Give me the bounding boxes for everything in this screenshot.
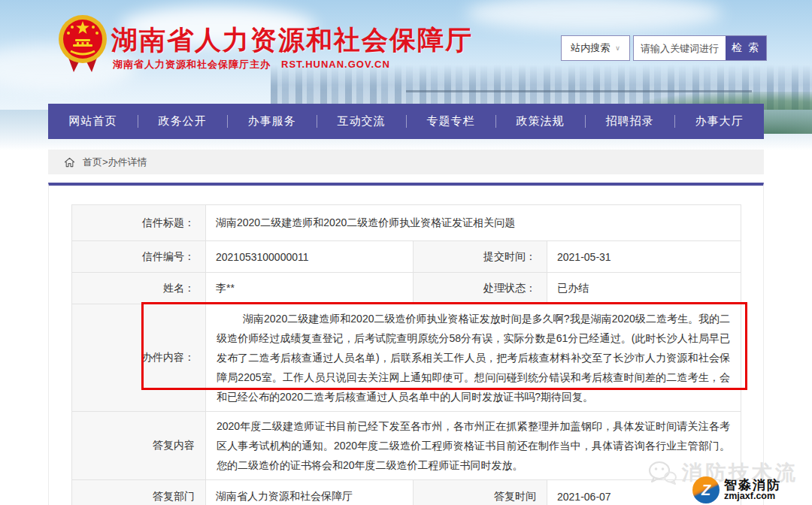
submit-time-value: 2021-05-31 <box>547 241 741 273</box>
nav-item-interaction[interactable]: 互动交流 <box>317 104 406 139</box>
name-value: 李** <box>206 273 414 304</box>
chevron-down-icon: ∨ <box>615 44 620 52</box>
search-scope-select[interactable]: 站内搜索 ∨ <box>561 35 630 61</box>
nav-item-gov-info[interactable]: 政务公开 <box>138 104 227 139</box>
nav-item-services[interactable]: 办事服务 <box>227 104 317 139</box>
site-title: 湖南省人力资源和社会保障厅 <box>111 23 473 58</box>
reply-dept-value: 湖南省人力资源和社会保障厅 <box>206 480 414 505</box>
table-row: 信件标题： 湖南2020二级建造师和2020二级造价师执业资格证发证相关问题 <box>72 205 741 241</box>
search-scope-label: 站内搜索 <box>571 41 610 55</box>
page: 湖南省人力资源和社会保障厅 湖南省人力资源和社会保障厅主办 RST.HUNAN.… <box>0 0 812 505</box>
table-row: 答复内容 2020年度二级建造师证书目前已经下发至各市州，各市州正在抓紧整理并加… <box>72 412 741 480</box>
national-emblem-logo <box>57 14 108 74</box>
table-row: 姓名： 李** 处理状态： 已办结 <box>72 273 741 304</box>
reply-dept-label: 答复部门 <box>72 480 206 505</box>
nav-item-service-hall[interactable]: 办事大厅 <box>674 104 764 139</box>
breadcrumb-path[interactable]: 首页>办件详情 <box>83 156 147 169</box>
reply-content-label: 答复内容 <box>72 412 206 480</box>
brand-logo-icon: Z <box>692 476 720 503</box>
detail-table: 信件标题： 湖南2020二级建造师和2020二级造价师执业资格证发证相关问题 信… <box>71 204 741 505</box>
reply-time-label: 答复时间 <box>414 480 547 505</box>
table-row: 办件内容： 湖南2020二级建造师和2020二级造价师执业资格证发放时间是多久啊… <box>72 304 741 412</box>
status-value: 已办结 <box>547 273 741 304</box>
brand-name: 智淼消防 <box>724 479 781 492</box>
letter-no-label: 信件编号： <box>72 241 206 273</box>
request-content-text: 湖南2020二级建造师和2020二级造价师执业资格证发放时间是多久啊?我是湖南2… <box>206 304 741 411</box>
brand-text: 智淼消防 zmjaxf.com <box>724 479 781 502</box>
letter-title-label: 信件标题： <box>72 205 206 241</box>
home-icon[interactable] <box>64 157 75 168</box>
nav-item-home[interactable]: 网站首页 <box>48 104 138 139</box>
table-row: 答复部门 湖南省人力资源和社会保障厅 答复时间 2021-06-07 <box>72 480 741 505</box>
name-label: 姓名： <box>72 273 206 304</box>
letter-no-value: 2021053100000011 <box>206 241 414 273</box>
request-content-label: 办件内容： <box>72 304 206 412</box>
request-content-cell: 湖南2020二级建造师和2020二级造价师执业资格证发放时间是多久啊?我是湖南2… <box>206 304 741 412</box>
search-button[interactable]: 检 索 <box>726 36 766 60</box>
nav-item-special-topics[interactable]: 专题专栏 <box>406 104 495 139</box>
table-row: 信件编号： 2021053100000011 提交时间： 2021-05-31 <box>72 241 741 273</box>
nav-item-recruitment[interactable]: 招聘招录 <box>585 104 674 139</box>
search-field-wrap: 检 索 <box>633 35 767 61</box>
letter-title-value: 湖南2020二级建造师和2020二级造价师执业资格证发证相关问题 <box>206 205 741 241</box>
site-subtitle: 湖南省人力资源和社会保障厅主办 RST.HUNAN.GOV.CN <box>113 58 390 71</box>
site-search: 站内搜索 ∨ 检 索 <box>561 35 767 61</box>
breadcrumb: 首页>办件详情 <box>48 150 764 174</box>
brand-watermark: Z 智淼消防 zmjaxf.com <box>692 476 781 503</box>
brand-site-url: zmjaxf.com <box>724 491 781 501</box>
nav-item-policies[interactable]: 政策法规 <box>495 104 585 139</box>
status-label: 处理状态： <box>414 273 547 304</box>
search-input[interactable] <box>634 36 726 60</box>
wechat-icon <box>648 461 677 485</box>
submit-time-label: 提交时间： <box>414 241 547 273</box>
main-navigation: 网站首页 政务公开 办事服务 互动交流 专题专栏 政策法规 招聘招录 办事大厅 <box>48 104 764 139</box>
